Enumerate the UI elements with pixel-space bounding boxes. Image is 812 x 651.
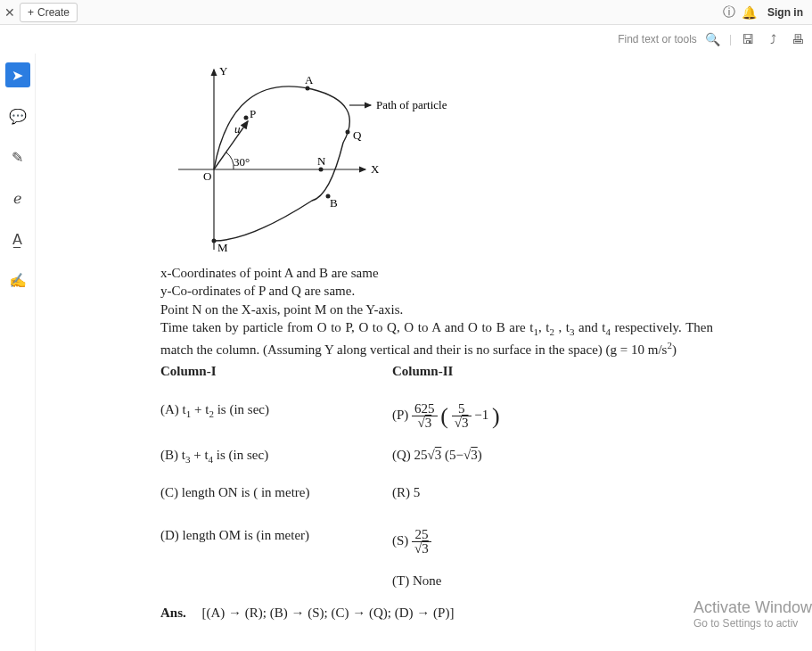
svg-text:A: A <box>305 73 314 87</box>
answer-line: Ans. [(A) → (R); (B) → (S); (C) → (Q); (… <box>160 606 713 621</box>
option-R: (R) 5 <box>392 485 660 505</box>
match-row-1: (A) t1 + t2 is (in sec) (P) 625√3 ( 5√3 … <box>160 384 713 430</box>
svg-text:Q: Q <box>353 128 362 142</box>
svg-point-6 <box>319 168 324 172</box>
search-icon[interactable]: 🔍 <box>704 32 722 46</box>
svg-point-4 <box>306 87 310 91</box>
document-content: Y X A P u Q N B M O 30° Path of particle… <box>160 62 713 621</box>
highlight-tool-icon[interactable]: ✎ <box>5 144 30 169</box>
problem-text: x-Coordinates of point A and B are same … <box>160 264 713 358</box>
svg-text:u: u <box>234 122 241 136</box>
svg-text:P: P <box>250 107 256 120</box>
svg-point-5 <box>346 130 350 135</box>
line-3: Point N on the X-axis, point M on the Y-… <box>160 301 713 318</box>
option-P: (P) 625√3 ( 5√3 −1 ) <box>392 402 660 430</box>
axis-y-label: Y <box>219 64 228 78</box>
text-select-tool-icon[interactable]: A̲ <box>5 227 30 251</box>
separator: | <box>729 33 732 45</box>
watermark-line-1: Activate Window <box>693 598 812 616</box>
match-row-5: (T) None <box>160 561 713 593</box>
column-1-header: Column-I <box>160 364 392 379</box>
topbar: ✕ + Create ⓘ 🔔 Sign in <box>0 0 812 25</box>
tools-bar: Find text or tools 🔍 | 🖫 ⤴ 🖶 <box>0 25 812 54</box>
line-1: x-Coordinates of point A and B are same <box>160 264 713 282</box>
option-B: (B) t3 + t4 is (in sec) <box>160 448 392 467</box>
match-row-4: (D) length OM is (in meter) (S) 25√3 <box>160 510 713 556</box>
svg-text:B: B <box>330 196 338 210</box>
bell-icon[interactable]: 🔔 <box>739 5 759 20</box>
option-Q: (Q) 25√3 (5−√3) <box>392 448 660 467</box>
find-input[interactable]: Find text or tools <box>618 33 697 45</box>
option-T: (T) None <box>392 573 660 593</box>
answer-label: Ans. <box>160 606 186 620</box>
column-headers: Column-I Column-II <box>160 364 713 379</box>
svg-point-8 <box>212 239 217 243</box>
option-A: (A) t1 + t2 is (in sec) <box>160 402 392 430</box>
trajectory-diagram: Y X A P u Q N B M O 30° Path of particle <box>160 62 481 259</box>
print-icon[interactable]: 🖶 <box>789 32 807 46</box>
answer-text: [(A) → (R); (B) → (S); (C) → (Q); (D) → … <box>202 606 455 620</box>
svg-point-3 <box>244 116 249 120</box>
help-icon[interactable]: ⓘ <box>719 4 739 21</box>
share-icon[interactable]: ⤴ <box>764 32 782 46</box>
line-2: y-Co-ordinates of P and Q are same. <box>160 282 713 300</box>
option-C: (C) length ON is ( in metre) <box>160 485 392 505</box>
watermark-line-2: Go to Settings to activ <box>693 617 812 630</box>
line-4: Time taken by particle from O to P, O to… <box>160 318 713 358</box>
match-row-3: (C) length ON is ( in metre) (R) 5 <box>160 473 713 505</box>
svg-text:30°: 30° <box>234 155 250 169</box>
option-D: (D) length OM is (in meter) <box>160 528 392 556</box>
main-area: ➤ 💬 ✎ ℯ A̲ ✍ <box>0 54 812 651</box>
option-S: (S) 25√3 <box>392 528 660 556</box>
create-label: Create <box>37 6 70 19</box>
svg-text:X: X <box>371 162 380 176</box>
sign-tool-icon[interactable]: ✍ <box>5 268 30 293</box>
draw-tool-icon[interactable]: ℯ <box>5 185 30 210</box>
column-2-header: Column-II <box>392 364 660 379</box>
svg-text:O: O <box>203 169 211 183</box>
pointer-tool-icon[interactable]: ➤ <box>5 62 30 87</box>
windows-watermark: Activate Window Go to Settings to activ <box>693 598 812 630</box>
close-icon[interactable]: ✕ <box>0 5 20 20</box>
svg-text:Path of particle: Path of particle <box>376 98 447 111</box>
side-toolbar: ➤ 💬 ✎ ℯ A̲ ✍ <box>0 54 36 651</box>
plus-icon: + <box>28 6 34 19</box>
comment-tool-icon[interactable]: 💬 <box>5 103 30 128</box>
svg-text:N: N <box>317 154 326 168</box>
create-button[interactable]: + Create <box>20 3 78 22</box>
document-page: Y X A P u Q N B M O 30° Path of particle… <box>36 54 812 651</box>
save-icon[interactable]: 🖫 <box>739 32 757 46</box>
svg-text:M: M <box>217 241 228 254</box>
match-row-2: (B) t3 + t4 is (in sec) (Q) 25√3 (5−√3) <box>160 435 713 467</box>
sign-in-button[interactable]: Sign in <box>767 6 803 19</box>
